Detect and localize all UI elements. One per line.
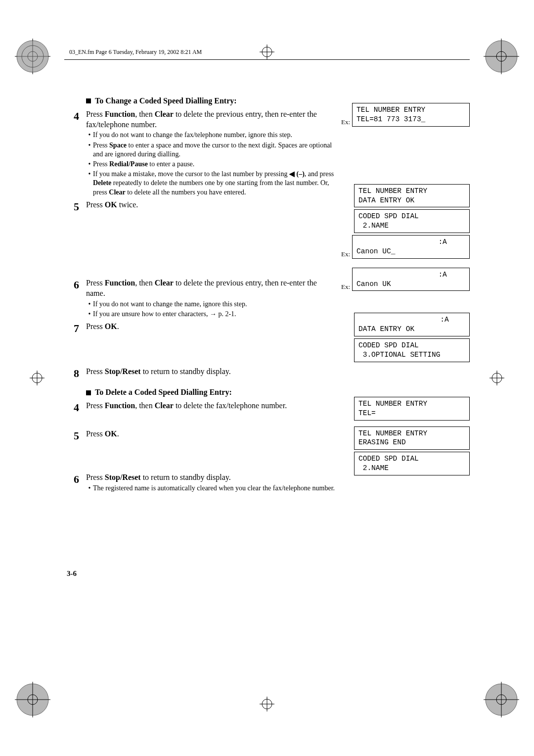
bullet-text: If you do not want to change the fax/tel…	[93, 131, 336, 140]
bullet-text: Press Redial/Pause to enter a pause.	[93, 160, 336, 169]
lcd-display: :A DATA ENTRY OK	[354, 313, 470, 336]
page-header: 03_EN.fm Page 6 Tuesday, February 19, 20…	[69, 48, 202, 56]
lcd-display: CODED SPD DIAL 2.NAME	[354, 452, 470, 475]
lcd-display: :A Canon UC_	[352, 235, 470, 259]
example-label: Ex:	[341, 283, 350, 293]
step-text: Press Function, then Clear to delete the…	[86, 110, 317, 129]
crop-mark-icon	[15, 39, 50, 74]
square-bullet-icon	[86, 98, 91, 103]
bullet-text: Press Space to enter a space and move th…	[93, 141, 336, 159]
example-label: Ex:	[341, 118, 350, 129]
crop-mark-icon	[484, 39, 519, 74]
step-number: 8	[64, 367, 79, 381]
bullet-text: If you are unsure how to enter character…	[93, 310, 336, 319]
lcd-display: TEL NUMBER ENTRY TEL=81 773 3173_	[352, 103, 470, 127]
step-number: 6	[64, 472, 79, 487]
step-text: Press OK twice.	[86, 200, 336, 210]
register-mark-icon	[260, 697, 274, 711]
register-mark-icon	[260, 45, 274, 59]
lcd-display: CODED SPD DIAL 3.OPTIONAL SETTING	[354, 338, 470, 362]
register-mark-icon	[490, 371, 504, 385]
lcd-display: TEL NUMBER ENTRY TEL=	[354, 397, 470, 421]
page-number: 3-6	[67, 569, 77, 578]
square-bullet-icon	[86, 390, 91, 395]
step-text: Press OK.	[86, 429, 336, 439]
bullet-text: If you do not want to change the name, i…	[93, 300, 336, 309]
step-number: 5	[64, 200, 79, 214]
bullet-text: If you make a mistake, move the cursor t…	[93, 170, 336, 197]
crop-mark-icon	[484, 682, 519, 717]
step-number: 5	[64, 429, 79, 443]
step-number: 4	[64, 109, 79, 124]
page-body: To Change a Coded Speed Dialling Entry: …	[64, 94, 470, 493]
bullet-text: The registered name is automatically cle…	[93, 484, 336, 493]
step-number: 6	[64, 278, 79, 292]
lcd-display: CODED SPD DIAL 2.NAME	[354, 209, 470, 233]
section-heading-change: To Change a Coded Speed Dialling Entry:	[95, 96, 237, 106]
step-text: Press OK.	[86, 322, 336, 332]
step-text: Press Stop/Reset to return to standby di…	[86, 473, 231, 481]
step-text: Press Function, then Clear to delete the…	[86, 401, 336, 411]
step-number: 4	[64, 401, 79, 415]
lcd-display: :A Canon UK	[352, 268, 470, 291]
step-text: Press Function, then Clear to delete the…	[86, 279, 317, 297]
crop-mark-icon	[15, 682, 50, 717]
step-text: Press Stop/Reset to return to standby di…	[86, 367, 336, 377]
register-mark-icon	[30, 371, 44, 385]
lcd-display: TEL NUMBER ENTRY DATA ENTRY OK	[354, 184, 470, 208]
lcd-display: TEL NUMBER ENTRY ERASING END	[354, 426, 470, 450]
step-number: 7	[64, 322, 79, 336]
section-heading-delete: To Delete a Coded Speed Dialling Entry:	[95, 387, 232, 398]
example-label: Ex:	[341, 250, 350, 261]
svg-point-4	[17, 41, 48, 72]
divider	[64, 59, 470, 60]
